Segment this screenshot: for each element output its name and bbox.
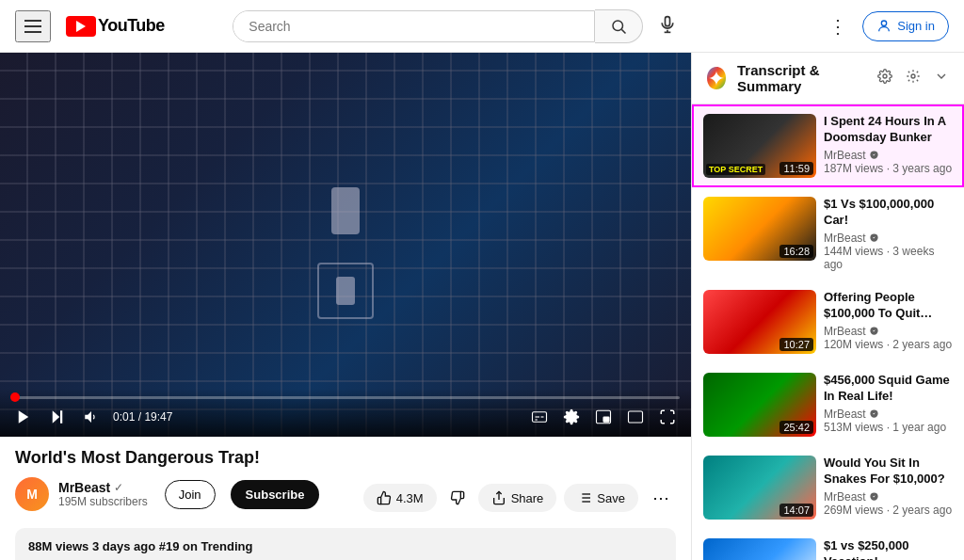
svg-point-25 (911, 74, 915, 78)
search-input[interactable] (233, 11, 594, 41)
video-controls: 0:01 / 19:47 (0, 389, 691, 437)
sidebar-video-item[interactable]: 16:28 $1 Vs $100,000,000 Car! MrBeast 14… (692, 187, 964, 280)
gear-icon (906, 69, 921, 84)
action-row: 4.3M Share Save ⋯ (363, 481, 676, 515)
video-background (0, 53, 691, 437)
thumbnail-wrap: 14:07 (703, 456, 816, 520)
fullscreen-button[interactable] (655, 405, 680, 429)
next-button[interactable] (45, 405, 70, 429)
description-stats: 88M views 3 days ago #19 on Trending (28, 537, 663, 556)
mic-icon (658, 15, 677, 34)
video-item-info: Offering People $100,000 To Quit Their J… (824, 290, 953, 354)
theater-button[interactable] (623, 405, 648, 429)
gemini-icon (703, 65, 730, 91)
video-item-channel: MrBeast (824, 325, 953, 338)
video-item-meta: 187M views · 3 years ago (824, 162, 953, 175)
thumbnail-wrap: TOP SECRET 11:59 (703, 114, 816, 178)
sidebar-video-item[interactable]: TOP SECRET 11:59 I Spent 24 Hours In A D… (692, 104, 964, 187)
channel-name-row: MrBeast ✓ (58, 480, 148, 495)
video-item-meta: 269M views · 2 years ago (824, 504, 953, 517)
svg-point-24 (883, 74, 887, 78)
subscribe-button[interactable]: Subscribe (231, 480, 320, 509)
subscriber-count: 195M subscribers (58, 495, 148, 508)
svg-point-5 (882, 21, 887, 25)
video-duration: 11:59 (779, 162, 813, 175)
video-duration: 10:27 (779, 338, 813, 351)
verified-badge: ✓ (114, 481, 123, 494)
video-duration: 16:28 (779, 245, 813, 258)
menu-button[interactable] (15, 10, 51, 42)
video-item-title: I Spent 24 Hours In A Doomsday Bunker (824, 114, 953, 146)
progress-bar[interactable] (11, 396, 680, 399)
sidebar-video-item[interactable]: 16:07 $1 vs $250,000 Vacation! MrBeast 1… (692, 529, 964, 560)
sidebar-video-item[interactable]: 25:42 $456,000 Squid Game In Real Life! … (692, 363, 964, 446)
sidebar-icon-button-2[interactable] (902, 65, 924, 91)
top-secret-label: TOP SECRET (706, 164, 765, 175)
dislike-button[interactable] (444, 484, 471, 512)
yt-brand-text: YouTube (98, 16, 165, 36)
video-item-title: Would You Sit In Snakes For $10,000? (824, 456, 953, 488)
video-item-channel: MrBeast (824, 232, 953, 245)
settings-button[interactable] (559, 405, 584, 429)
search-input-wrap (233, 10, 595, 42)
save-label: Save (597, 491, 625, 505)
share-button[interactable]: Share (478, 484, 557, 512)
more-options-button[interactable]: ⋮ (821, 8, 855, 45)
like-button[interactable]: 4.3M (363, 484, 437, 512)
video-title: World's Most Dangerous Trap! (15, 448, 676, 468)
description: 88M views 3 days ago #19 on Trending I c… (15, 528, 676, 560)
video-item-info: $1 vs $250,000 Vacation! MrBeast 173M vi… (824, 538, 953, 560)
user-icon (876, 19, 892, 34)
join-button[interactable]: Join (165, 480, 216, 509)
sidebar-video-item[interactable]: 14:07 Would You Sit In Snakes For $10,00… (692, 446, 964, 529)
sidebar-icon-group (874, 65, 953, 91)
right-controls (527, 405, 680, 429)
progress-fill (11, 396, 15, 399)
svg-rect-2 (666, 17, 670, 26)
youtube-logo[interactable]: YouTube (66, 16, 165, 37)
search-bar (233, 8, 684, 44)
svg-rect-16 (629, 411, 643, 423)
play-button[interactable] (11, 405, 36, 429)
search-button[interactable] (595, 9, 643, 43)
search-icon (610, 18, 627, 35)
sidebar-video-item[interactable]: 10:27 Offering People $100,000 To Quit T… (692, 280, 964, 363)
subtitles-button[interactable] (527, 405, 552, 429)
volume-button[interactable] (79, 405, 104, 429)
header-left: YouTube (15, 10, 165, 42)
video-item-title: $456,000 Squid Game In Real Life! (824, 373, 953, 405)
sign-in-button[interactable]: Sign in (862, 11, 949, 41)
svg-rect-15 (603, 417, 609, 422)
thumbnail (703, 538, 816, 560)
thumbs-down-icon (450, 490, 465, 505)
video-item-meta: 513M views · 1 year ago (824, 421, 953, 434)
avatar: M (15, 477, 49, 511)
sidebar: Transcript & Summary TOP SECRET 11:59 I … (691, 53, 964, 560)
video-item-title: Offering People $100,000 To Quit Their J… (824, 290, 953, 322)
more-actions-button[interactable]: ⋯ (646, 481, 676, 515)
thumbs-up-icon (377, 490, 392, 505)
video-duration: 14:07 (779, 504, 813, 517)
thumbnail-wrap: 16:07 (703, 538, 816, 560)
settings-outline-icon (877, 69, 892, 84)
sign-in-label: Sign in (897, 19, 935, 33)
sidebar-title: Transcript & Summary (737, 62, 874, 94)
sidebar-icon-button-1[interactable] (874, 65, 896, 91)
video-item-info: I Spent 24 Hours In A Doomsday Bunker Mr… (824, 114, 953, 178)
video-item-channel: MrBeast (824, 490, 953, 504)
channel-info: MrBeast ✓ 195M subscribers (58, 480, 148, 508)
video-area: 0:01 / 19:47 (0, 53, 691, 560)
thumbnail-wrap: 16:28 (703, 197, 816, 261)
mic-button[interactable] (651, 8, 684, 44)
verified-check-icon (869, 408, 879, 419)
video-item-meta: 120M views · 2 years ago (824, 338, 953, 351)
save-button[interactable]: Save (564, 484, 638, 512)
main-content: 0:01 / 19:47 (0, 53, 964, 560)
svg-line-1 (622, 29, 626, 33)
controls-row: 0:01 / 19:47 (11, 405, 680, 429)
miniplayer-button[interactable] (591, 405, 616, 429)
video-item-channel: MrBeast (824, 408, 953, 421)
video-item-channel: MrBeast (824, 149, 953, 162)
sidebar-header: Transcript & Summary (692, 53, 964, 104)
sidebar-collapse-button[interactable] (930, 65, 953, 91)
